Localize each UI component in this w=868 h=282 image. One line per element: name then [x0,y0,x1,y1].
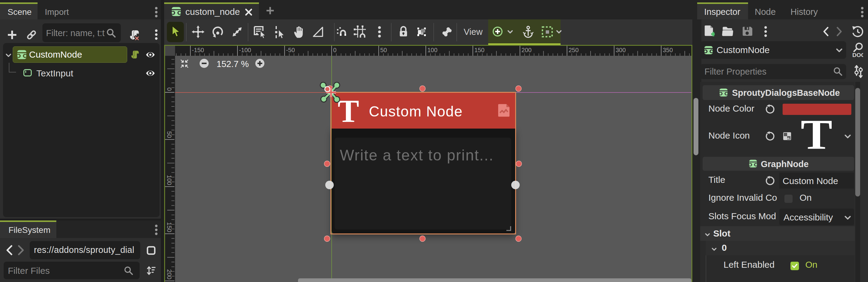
svg-text:-100: -100 [239,47,251,53]
svg-text:0: 0 [166,87,173,91]
svg-text:150: 150 [166,222,173,232]
svg-text:50: 50 [166,131,173,138]
svg-text:200: 200 [166,269,173,279]
svg-text:100: 100 [166,175,173,185]
svg-text:0: 0 [333,47,337,53]
svg-text:DOC: DOC [852,52,863,58]
svg-text:150: 150 [474,47,484,53]
svg-text:-150: -150 [192,47,204,53]
svg-text:300: 300 [616,47,626,53]
svg-text:200: 200 [522,47,531,53]
svg-text:-50: -50 [286,47,295,53]
svg-text:250: 250 [568,47,579,53]
svg-text:50: 50 [380,47,387,53]
svg-text:350: 350 [663,47,673,53]
svg-text:100: 100 [427,47,437,53]
